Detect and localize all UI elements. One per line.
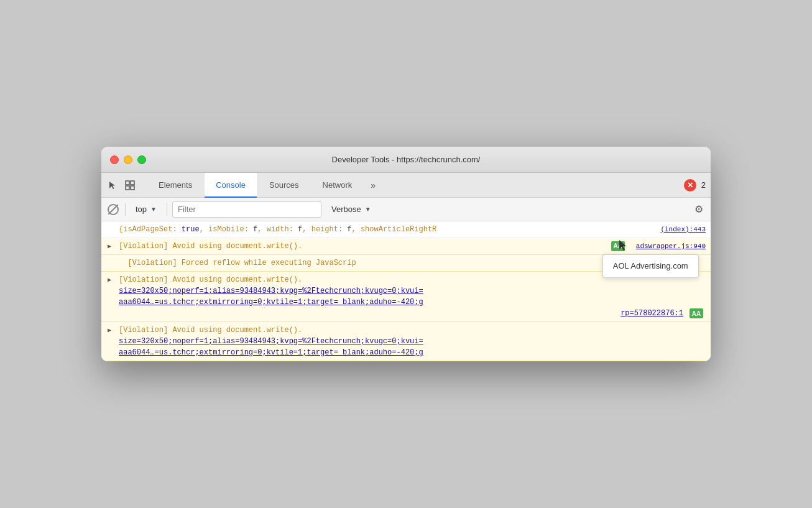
- source-ref-line: rp=578022876:1 AA: [119, 308, 706, 319]
- tab-bar: Elements Console Sources Network » ✕ 2: [101, 173, 711, 198]
- console-toolbar: top ▼ Verbose ▼ ⚙: [101, 198, 711, 221]
- svg-rect-3: [131, 186, 134, 190]
- toolbar-icons: [106, 173, 136, 197]
- console-line: {isAdPageSet: true, isMobile: f, width: …: [101, 221, 711, 238]
- line-wrapper-3: [Violation] Avoid using document.write()…: [119, 325, 706, 336]
- line-source[interactable]: (index):443: [654, 224, 706, 235]
- source-ref-link[interactable]: rp=578022876:1: [621, 308, 683, 319]
- sub-line-4: aaa6044…=us.tchcr;extmirroring=0;kvtile=…: [119, 347, 706, 358]
- multi-line-block-2: [Violation] Avoid using document.write()…: [119, 325, 706, 358]
- verbose-dropdown-arrow: ▼: [365, 206, 371, 213]
- sub-line-3: size=320x50;noperf=1;alias=93484943;kvpg…: [119, 336, 706, 347]
- tab-sources[interactable]: Sources: [258, 173, 310, 198]
- toggle-arrow-3[interactable]: ▶: [108, 326, 111, 335]
- context-dropdown-arrow: ▼: [150, 206, 157, 213]
- error-count: 2: [701, 180, 706, 190]
- clear-console-button[interactable]: [106, 203, 120, 216]
- error-close-icon[interactable]: ✕: [684, 179, 696, 192]
- context-selector[interactable]: top ▼: [131, 202, 162, 216]
- title-bar: Developer Tools - https://techcrunch.com…: [101, 147, 711, 173]
- tab-bar-right: ✕ 2: [684, 173, 706, 197]
- ban-icon: [108, 204, 119, 215]
- close-button[interactable]: [110, 155, 119, 164]
- traffic-lights: [110, 155, 146, 164]
- aa-badge-wrapper: AA AOL Advertising.com: [609, 241, 627, 252]
- toolbar-divider-2: [167, 203, 167, 216]
- sub-line-link[interactable]: size=320x50;noperf=1;alias=93484943;kvpg…: [119, 287, 423, 295]
- tab-elements[interactable]: Elements: [147, 173, 203, 198]
- console-line-violation-2: ▶ [Violation] Avoid using document.write…: [101, 272, 711, 322]
- console-text: [Violation] Avoid using document.write()…: [119, 241, 609, 252]
- console-line-violation-3: ▶ [Violation] Avoid using document.write…: [101, 322, 711, 361]
- sub-line-2: aaa6044…=us.tchcr;extmirroring=0;kvtile=…: [119, 297, 706, 308]
- verbose-selector[interactable]: Verbose ▼: [326, 202, 376, 216]
- sub-line-link-4[interactable]: aaa6044…=us.tchcr;extmirroring=0;kvtile=…: [119, 348, 423, 357]
- source-link[interactable]: adsWrapper.js:940: [630, 241, 706, 252]
- settings-button[interactable]: ⚙: [692, 203, 706, 216]
- svg-rect-0: [126, 181, 129, 185]
- svg-rect-1: [126, 186, 129, 190]
- sub-line-link-2[interactable]: aaa6044…=us.tchcr;extmirroring=0;kvtile=…: [119, 298, 423, 307]
- sub-line-link-3[interactable]: size=320x50;noperf=1;alias=93484943;kvpg…: [119, 337, 423, 346]
- filter-input[interactable]: [172, 201, 321, 218]
- maximize-button[interactable]: [137, 155, 146, 164]
- cursor-icon[interactable]: [106, 179, 119, 192]
- tab-network[interactable]: Network: [311, 173, 364, 198]
- sub-line-1: size=320x50;noperf=1;alias=93484943;kvpg…: [119, 285, 706, 297]
- tab-console[interactable]: Console: [205, 173, 257, 198]
- source-area: AA AOL Advertising.com adsWrapper.js:940: [609, 241, 706, 252]
- console-output: {isAdPageSet: true, isMobile: f, width: …: [101, 221, 711, 361]
- toggle-arrow[interactable]: ▶: [108, 242, 111, 251]
- devtools-window: Developer Tools - https://techcrunch.com…: [101, 147, 711, 361]
- line-wrapper: [Violation] Avoid using document.write()…: [119, 241, 706, 252]
- inspect-icon[interactable]: [124, 179, 136, 192]
- line-wrapper: {isAdPageSet: true, isMobile: f, width: …: [119, 224, 706, 235]
- minimize-button[interactable]: [124, 155, 132, 164]
- more-tabs-button[interactable]: »: [364, 173, 382, 197]
- cursor-overlay: [617, 239, 627, 252]
- tooltip: AOL Advertising.com: [602, 254, 699, 278]
- aa-badge-2[interactable]: AA: [690, 308, 703, 318]
- svg-rect-2: [131, 181, 134, 185]
- console-text-3: [Violation] Avoid using document.write()…: [119, 325, 302, 336]
- console-text: [Violation] Avoid using document.write()…: [119, 274, 302, 285]
- toggle-arrow-2[interactable]: ▶: [108, 275, 111, 285]
- multi-line-block: [Violation] Avoid using document.write()…: [119, 274, 706, 319]
- toolbar-divider: [125, 203, 126, 216]
- console-line-violation-1: ▶ [Violation] Avoid using document.write…: [101, 238, 711, 255]
- window-title: Developer Tools - https://techcrunch.com…: [332, 155, 481, 164]
- console-text: {isAdPageSet: true, isMobile: f, width: …: [119, 224, 654, 235]
